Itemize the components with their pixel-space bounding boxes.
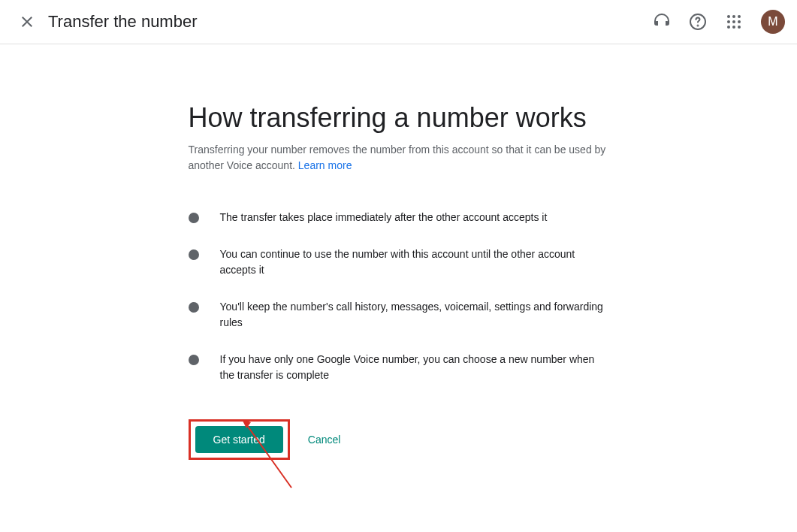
svg-point-1 [698,26,699,26]
bullet-icon [189,355,199,365]
main-content: How transferring a number works Transfer… [189,44,609,460]
headset-icon [653,13,671,31]
bullet-icon [189,302,199,313]
list-item: If you have only one Google Voice number… [189,352,609,383]
header: Transfer the number M [0,0,797,44]
apps-icon [725,13,743,31]
main-heading: How transferring a number works [189,101,609,136]
get-started-button[interactable]: Get started [195,426,283,453]
svg-point-6 [732,20,735,23]
bullet-text: The transfer takes place immediately aft… [220,210,609,225]
bullet-list: The transfer takes place immediately aft… [189,210,609,383]
avatar[interactable]: M [761,10,785,34]
annotation-highlight: Get started [189,419,290,460]
button-row: Get started Cancel [189,419,609,460]
svg-point-2 [727,15,730,18]
close-icon [18,13,36,31]
bullet-text: You'll keep the number's call history, m… [220,299,609,331]
apps-button[interactable] [719,7,749,37]
svg-point-10 [738,26,741,29]
list-item: You'll keep the number's call history, m… [189,299,609,331]
bullet-text: If you have only one Google Voice number… [220,352,609,383]
svg-point-9 [732,26,735,29]
svg-point-8 [727,26,730,29]
page-title: Transfer the number [48,12,647,32]
svg-point-5 [727,20,730,23]
list-item: The transfer takes place immediately aft… [189,210,609,225]
bullet-text: You can continue to use the number with … [220,246,609,278]
svg-point-4 [738,15,741,18]
learn-more-link[interactable]: Learn more [298,159,352,171]
header-actions: M [647,7,785,37]
help-button[interactable] [683,7,713,37]
list-item: You can continue to use the number with … [189,246,609,278]
bullet-icon [189,249,199,260]
cancel-button[interactable]: Cancel [296,426,353,453]
svg-point-7 [738,20,741,23]
svg-point-3 [732,15,735,18]
description-text: Transferring your number removes the num… [189,144,606,171]
close-button[interactable] [12,7,42,37]
description: Transferring your number removes the num… [189,142,609,174]
help-icon [689,13,707,31]
support-button[interactable] [647,7,677,37]
bullet-icon [189,213,199,223]
